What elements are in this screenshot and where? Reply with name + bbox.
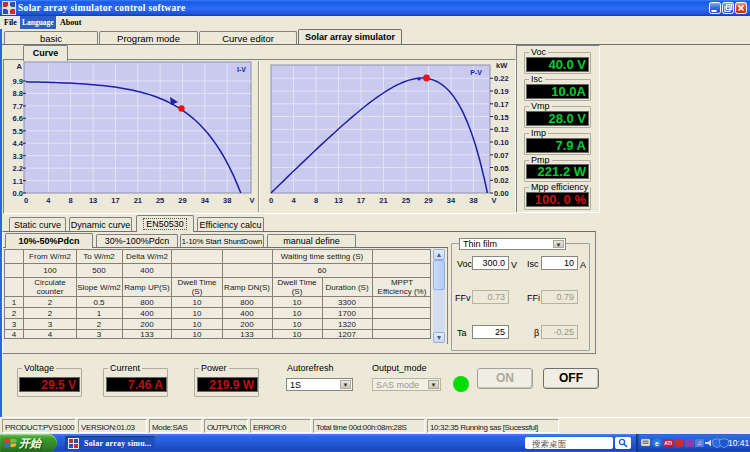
svg-text:10: 10 [193,298,202,307]
svg-text:Efficiency (%): Efficiency (%) [378,287,427,296]
svg-text:17: 17 [357,196,365,205]
svg-text:1: 1 [12,298,17,307]
svg-text:10: 10 [293,320,302,329]
svg-text:Slope W/m2: Slope W/m2 [77,283,121,292]
svg-text:Circulate: Circulate [34,278,66,287]
svg-text:6.6: 6.6 [13,114,23,123]
svg-text:29: 29 [178,196,186,205]
svg-text:0.10: 0.10 [494,138,509,147]
svg-text:3: 3 [48,320,53,329]
svg-text:MPPT: MPPT [391,278,413,287]
svg-text:8.8: 8.8 [13,89,23,98]
svg-text:0: 0 [24,196,28,205]
svg-text:25: 25 [402,196,410,205]
svg-text:1: 1 [97,309,102,318]
svg-text:0: 0 [269,196,273,205]
svg-text:counter: counter [37,287,64,296]
svg-text:0.05: 0.05 [494,164,509,173]
svg-text:400: 400 [140,309,154,318]
svg-text:5.5: 5.5 [13,127,23,136]
svg-text:133: 133 [240,330,254,339]
svg-text:0.02: 0.02 [494,176,509,185]
svg-text:21: 21 [379,196,387,205]
svg-text:0.5: 0.5 [93,298,105,307]
svg-text:2: 2 [48,309,53,318]
svg-text:4: 4 [46,196,51,205]
svg-text:500: 500 [92,266,106,275]
svg-text:Waiting time setting (S): Waiting time setting (S) [281,252,364,261]
svg-text:Dwell Time: Dwell Time [177,278,217,287]
svg-text:(S): (S) [192,287,203,296]
svg-text:0.22: 0.22 [494,74,509,83]
svg-text:0.17: 0.17 [494,100,509,109]
svg-text:0.0: 0.0 [13,189,23,198]
svg-text:Dwell Time: Dwell Time [277,278,317,287]
svg-text:10: 10 [193,309,202,318]
svg-text:V: V [491,196,496,205]
svg-text:Ramp UP(S): Ramp UP(S) [124,283,170,292]
svg-text:0.19: 0.19 [494,87,509,96]
svg-text:(S): (S) [292,287,303,296]
svg-text:29: 29 [424,196,432,205]
svg-text:400: 400 [240,309,254,318]
svg-text:38: 38 [223,196,231,205]
svg-text:3.3: 3.3 [13,152,23,161]
svg-text:38: 38 [469,196,477,205]
svg-text:10: 10 [293,309,302,318]
svg-text:10: 10 [293,298,302,307]
svg-text:7.7: 7.7 [13,102,23,111]
svg-text:ATI: ATI [664,440,672,446]
svg-text:133: 133 [140,330,154,339]
svg-text:I-V: I-V [237,66,246,73]
svg-text:1320: 1320 [338,320,356,329]
svg-text:10: 10 [293,330,302,339]
svg-text:1700: 1700 [338,309,356,318]
svg-text:Delta W/m2: Delta W/m2 [126,252,168,261]
svg-text:e: e [655,440,659,447]
svg-text:4: 4 [291,196,296,205]
svg-text:kW: kW [496,61,508,70]
svg-text:3: 3 [12,320,17,329]
svg-text:8: 8 [69,196,73,205]
svg-text:13: 13 [89,196,97,205]
svg-text:200: 200 [140,320,154,329]
svg-text:1207: 1207 [338,330,356,339]
svg-text:A: A [17,62,23,71]
svg-text:25: 25 [156,196,164,205]
svg-text:2: 2 [12,309,17,318]
svg-text:0.15: 0.15 [494,113,509,122]
svg-text:2: 2 [48,298,53,307]
svg-text:10: 10 [193,320,202,329]
svg-text:0.07: 0.07 [494,151,509,160]
svg-text:34: 34 [201,196,210,205]
svg-text:60: 60 [318,266,327,275]
svg-text:1.1: 1.1 [13,177,23,186]
svg-text:Ramp DN(S): Ramp DN(S) [224,283,270,292]
svg-text:17: 17 [111,196,119,205]
svg-text:34: 34 [447,196,456,205]
svg-text:8: 8 [314,196,318,205]
svg-text:2: 2 [97,320,102,329]
svg-text:200: 200 [240,320,254,329]
svg-text:800: 800 [140,298,154,307]
svg-text:0.12: 0.12 [494,125,509,134]
svg-text:100: 100 [43,266,57,275]
svg-text:21: 21 [134,196,142,205]
svg-text:♫: ♫ [697,439,702,446]
svg-text:9.9: 9.9 [13,77,23,86]
svg-text:800: 800 [240,298,254,307]
svg-text:Duration (S): Duration (S) [325,283,368,292]
svg-text:4.4: 4.4 [13,139,24,148]
svg-text:From W/m2: From W/m2 [29,252,71,261]
svg-text:3300: 3300 [338,298,356,307]
svg-text:V: V [249,196,254,205]
svg-text:13: 13 [334,196,342,205]
svg-text:4: 4 [12,330,17,339]
svg-text:4: 4 [48,330,53,339]
svg-text:10: 10 [193,330,202,339]
svg-text:2.2: 2.2 [13,164,23,173]
svg-text:P-V: P-V [470,69,482,76]
svg-text:400: 400 [140,266,154,275]
svg-text:3: 3 [97,330,102,339]
svg-text:To W/m2: To W/m2 [83,252,115,261]
